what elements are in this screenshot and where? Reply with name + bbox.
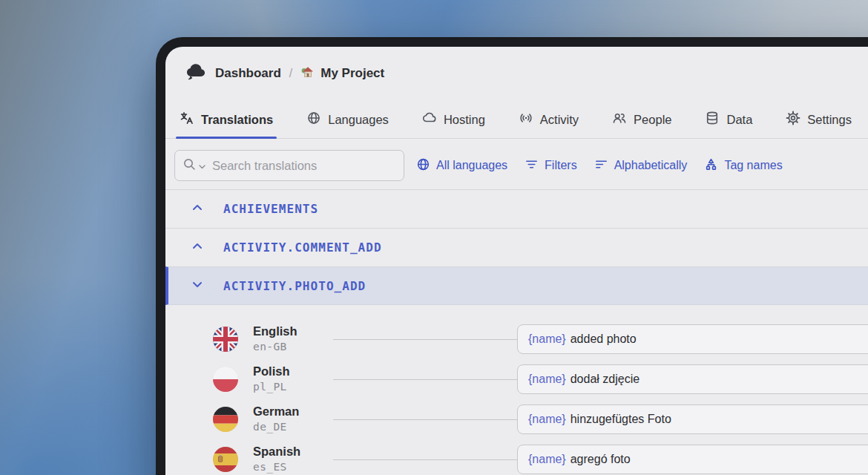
row-connector-line xyxy=(333,459,517,460)
language-name: Spanish xyxy=(253,445,324,459)
flag-united-kingdom-icon xyxy=(213,327,238,352)
key-name: ACTIVITY.PHOTO_ADD xyxy=(223,279,366,293)
breadcrumb-dashboard[interactable]: Dashboard xyxy=(215,66,281,81)
key-name: ACTIVITY.COMMENT_ADD xyxy=(223,240,382,255)
key-name: ACHIEVEMENTS xyxy=(223,202,318,216)
translation-input-english[interactable]: {name} added photo xyxy=(517,324,868,354)
translation-row-english: English en-GB {name} added photo xyxy=(213,327,868,352)
placeholder-token: {name} xyxy=(528,453,566,466)
key-row-achievements[interactable]: ACHIEVEMENTS xyxy=(165,189,868,228)
language-code: en-GB xyxy=(253,341,324,353)
translation-row-german: German de_DE {name} hinzugefügtes Foto xyxy=(213,407,868,432)
people-icon xyxy=(612,111,627,128)
translation-input-spanish[interactable]: {name} agregó foto xyxy=(517,445,868,474)
search-icon[interactable] xyxy=(183,157,197,174)
tab-label: Settings xyxy=(807,113,852,127)
database-icon xyxy=(705,111,720,128)
language-code: pl_PL xyxy=(253,381,324,393)
flag-spain-icon xyxy=(213,447,238,472)
cloud-icon xyxy=(422,111,437,128)
tag-names-label: Tag names xyxy=(724,159,782,172)
tab-activity[interactable]: Activity xyxy=(517,103,580,138)
translation-text: agregó foto xyxy=(571,453,631,466)
tab-translations[interactable]: Translations xyxy=(178,103,274,138)
flag-poland-icon xyxy=(213,367,238,392)
globe-icon xyxy=(416,157,430,174)
row-connector-line xyxy=(333,379,517,380)
toolbar-links: All languages Filters Alphabetically xyxy=(416,157,783,174)
tab-settings[interactable]: Settings xyxy=(784,103,853,138)
placeholder-token: {name} xyxy=(528,373,566,386)
tab-label: People xyxy=(634,113,671,127)
breadcrumb-project[interactable]: My Project xyxy=(300,65,384,83)
tab-languages[interactable]: Languages xyxy=(305,103,390,138)
tag-names-button[interactable]: Tag names xyxy=(704,157,782,174)
placeholder-token: {name} xyxy=(528,332,566,346)
chevron-down-icon[interactable] xyxy=(191,278,204,294)
tab-hosting[interactable]: Hosting xyxy=(421,103,487,138)
language-label: Spanish es_ES xyxy=(253,445,324,474)
breadcrumb-separator: / xyxy=(289,67,292,80)
app-window-content: Dashboard / My Project xyxy=(165,47,868,475)
tolgee-cloud-logo-icon[interactable] xyxy=(185,62,207,85)
chevron-down-icon[interactable] xyxy=(199,159,206,172)
chevron-up-icon[interactable] xyxy=(191,201,204,217)
key-translations-panel: English en-GB {name} added photo xyxy=(165,305,868,472)
filter-lines-icon xyxy=(525,157,539,174)
tab-label: Translations xyxy=(201,113,273,127)
sort-alphabetically-label: Alphabetically xyxy=(614,159,688,172)
language-name: German xyxy=(253,404,324,419)
tab-data[interactable]: Data xyxy=(703,103,754,138)
language-name: English xyxy=(253,324,324,339)
hierarchy-icon xyxy=(704,157,718,174)
tab-label: Hosting xyxy=(444,113,485,127)
row-connector-line xyxy=(333,339,517,340)
tab-bar: Translations Languages Hosting xyxy=(165,103,868,139)
search-box xyxy=(174,150,404,181)
row-connector-line xyxy=(333,419,517,420)
breadcrumb-project-label: My Project xyxy=(320,66,384,81)
tab-label: Languages xyxy=(328,113,389,127)
language-code: es_ES xyxy=(253,461,324,474)
sort-alphabetically-button[interactable]: Alphabetically xyxy=(594,157,688,174)
house-icon xyxy=(300,65,315,83)
all-languages-label: All languages xyxy=(436,159,507,172)
key-row-activity-comment-add[interactable]: ACTIVITY.COMMENT_ADD xyxy=(165,228,868,266)
translation-keys-list: ACHIEVEMENTS ACTIVITY.COMMENT_ADD ACTIVI… xyxy=(165,189,868,472)
app-window: Dashboard / My Project xyxy=(156,37,868,475)
language-label: Polish pl_PL xyxy=(253,364,324,393)
chevron-up-icon[interactable] xyxy=(191,240,204,256)
translation-text: dodał zdjęcie xyxy=(571,373,640,386)
sort-lines-icon xyxy=(594,157,608,174)
globe-icon xyxy=(306,111,321,128)
language-label: German de_DE xyxy=(253,404,324,433)
language-code: de_DE xyxy=(253,421,324,433)
flag-germany-icon xyxy=(213,407,238,432)
key-row-activity-photo-add[interactable]: ACTIVITY.PHOTO_ADD xyxy=(165,266,868,305)
translation-text: added photo xyxy=(571,332,637,346)
gear-icon xyxy=(786,111,800,128)
translation-input-german[interactable]: {name} hinzugefügtes Foto xyxy=(517,404,868,434)
translation-text: hinzugefügtes Foto xyxy=(571,413,671,426)
broadcast-icon xyxy=(519,111,533,128)
language-label: English en-GB xyxy=(253,324,324,353)
breadcrumb: Dashboard / My Project xyxy=(165,47,868,85)
translations-toolbar: All languages Filters Alphabetically xyxy=(174,150,868,181)
filters-label: Filters xyxy=(545,159,577,172)
all-languages-button[interactable]: All languages xyxy=(416,157,507,174)
tab-label: Activity xyxy=(540,113,579,127)
filters-button[interactable]: Filters xyxy=(525,157,577,174)
placeholder-token: {name} xyxy=(528,413,566,426)
language-name: Polish xyxy=(253,364,324,379)
translate-icon xyxy=(180,111,194,128)
translation-input-polish[interactable]: {name} dodał zdjęcie xyxy=(517,364,868,394)
tab-label: Data xyxy=(726,113,752,127)
translation-row-spanish: Spanish es_ES {name} agregó foto xyxy=(213,447,868,472)
translation-row-polish: Polish pl_PL {name} dodał zdjęcie xyxy=(213,367,868,392)
tab-people[interactable]: People xyxy=(611,103,673,138)
search-input[interactable] xyxy=(208,158,396,174)
